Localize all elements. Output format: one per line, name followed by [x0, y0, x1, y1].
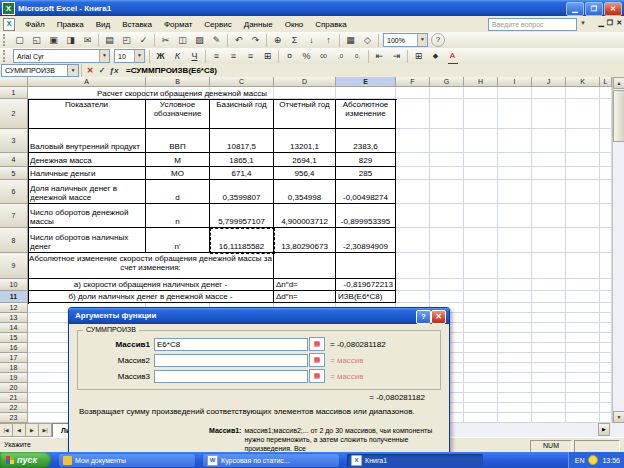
cell-B6[interactable]: d — [146, 180, 210, 204]
cell[interactable] — [430, 228, 464, 253]
cell[interactable] — [396, 291, 430, 303]
select-all-corner[interactable] — [0, 77, 28, 87]
cell[interactable] — [600, 153, 612, 167]
cell[interactable] — [464, 393, 498, 403]
row-header-13[interactable]: 13 — [0, 313, 28, 323]
cell-A5[interactable]: Наличные деньги — [28, 167, 146, 180]
new-icon[interactable]: ▢ — [12, 33, 27, 47]
copy-icon[interactable]: ◫ — [175, 33, 190, 47]
cell[interactable] — [396, 253, 430, 279]
cell[interactable] — [566, 279, 600, 291]
name-box[interactable]: СУММПРОИЗВ — [1, 64, 68, 77]
cell[interactable] — [600, 363, 612, 373]
taskbar-task-1[interactable]: Мои документы — [59, 454, 195, 467]
cell-E10[interactable]: -0,819672213 — [336, 279, 396, 291]
column-header-A[interactable]: A — [28, 77, 146, 87]
cell[interactable] — [532, 403, 566, 413]
cell[interactable] — [532, 279, 566, 291]
column-header-E[interactable]: E — [336, 77, 396, 87]
cell-E9[interactable] — [336, 253, 396, 279]
cell-D7[interactable]: 4,900003712 — [274, 204, 336, 228]
enter-formula-icon[interactable]: ✓ — [96, 66, 108, 75]
cell[interactable] — [464, 87, 498, 99]
row-header-10[interactable]: 10 — [0, 279, 28, 291]
decrease-decimal-button[interactable]: 0, — [350, 49, 365, 63]
cell[interactable] — [464, 167, 498, 180]
cell[interactable] — [532, 373, 566, 383]
menu-4[interactable]: Вставка — [116, 18, 158, 31]
cell[interactable] — [464, 291, 498, 303]
cell-B3[interactable]: ВВП — [146, 129, 210, 153]
chevron-down-icon[interactable]: ▼ — [134, 50, 144, 62]
cell[interactable] — [430, 204, 464, 228]
cell[interactable] — [430, 291, 464, 303]
collapse-dialog-icon[interactable]: ▦ — [309, 337, 325, 351]
cell[interactable] — [532, 253, 566, 279]
cell-A3[interactable]: Валовый внутренний продукт — [28, 129, 146, 153]
menu-7[interactable]: Данные — [238, 18, 279, 31]
underline-button[interactable]: Ч — [187, 49, 202, 63]
cell-A4[interactable]: Денежная масса — [28, 153, 146, 167]
header-cell-C[interactable]: Базисный год — [210, 99, 274, 129]
bold-button[interactable]: Ж — [153, 49, 168, 63]
chevron-down-icon[interactable]: ▼ — [68, 64, 79, 77]
cell[interactable] — [600, 343, 612, 353]
cell-D4[interactable]: 2694,1 — [274, 153, 336, 167]
cell[interactable] — [532, 343, 566, 353]
cell[interactable] — [600, 204, 612, 228]
drawing-icon[interactable]: ◇ — [360, 33, 375, 47]
cell[interactable] — [464, 343, 498, 353]
cell[interactable] — [464, 353, 498, 363]
cell[interactable] — [532, 291, 566, 303]
cell[interactable] — [600, 253, 612, 279]
cell[interactable] — [600, 413, 612, 423]
scroll-right-icon[interactable]: ▶ — [598, 423, 610, 436]
toolbar-grip[interactable] — [3, 50, 8, 62]
autosum-icon[interactable]: Σ — [287, 33, 302, 47]
cell[interactable] — [566, 383, 600, 393]
cell[interactable] — [464, 253, 498, 279]
minimize-button[interactable]: ▁ — [566, 2, 584, 16]
cell[interactable] — [498, 333, 532, 343]
cell[interactable] — [464, 180, 498, 204]
cell[interactable] — [566, 373, 600, 383]
cell-D10[interactable]: Δn″d= — [274, 279, 336, 291]
menu-5[interactable]: Формат — [158, 18, 198, 31]
italic-button[interactable]: К — [170, 49, 185, 63]
cell-D3[interactable]: 13201,1 — [274, 129, 336, 153]
open-icon[interactable]: ◱ — [29, 33, 44, 47]
cell-B7[interactable]: n — [146, 204, 210, 228]
cell[interactable] — [566, 180, 600, 204]
row-header-6[interactable]: 6 — [0, 180, 28, 204]
cell[interactable] — [396, 279, 430, 291]
arg-input-1[interactable]: E6*C8 — [154, 338, 308, 351]
scroll-down-icon[interactable]: ▼ — [613, 411, 624, 423]
cell[interactable] — [566, 99, 600, 129]
cell-B8[interactable]: n' — [146, 228, 210, 253]
cell[interactable] — [600, 279, 612, 291]
cell[interactable] — [464, 323, 498, 333]
scroll-up-icon[interactable]: ▲ — [613, 77, 624, 89]
header-cell-D[interactable]: Отчетный год — [274, 99, 336, 129]
format-painter-icon[interactable]: ✎ — [209, 33, 224, 47]
cell[interactable] — [600, 383, 612, 393]
vertical-scrollbar[interactable]: ▲ ▼ — [612, 77, 624, 423]
cell[interactable] — [600, 313, 612, 323]
cell[interactable] — [464, 99, 498, 129]
cell-E3[interactable]: 2383,6 — [336, 129, 396, 153]
doc-restore-button[interactable]: ❐ — [607, 19, 613, 27]
row-header-15[interactable]: 15 — [0, 333, 28, 343]
cell[interactable] — [566, 413, 600, 423]
cell-C8[interactable]: 16,11185582 — [210, 228, 274, 253]
cell-D11[interactable]: Δd″n= — [274, 291, 336, 303]
row-header-11[interactable]: 11 — [0, 291, 28, 303]
cell[interactable] — [600, 99, 612, 129]
cell[interactable] — [464, 413, 498, 423]
tab-nav-icon-4[interactable]: ▶| — [39, 423, 52, 437]
cell[interactable] — [464, 204, 498, 228]
collapse-dialog-icon[interactable]: ▦ — [309, 353, 325, 367]
row-header-2[interactable]: 2 — [0, 99, 28, 129]
print-preview-icon[interactable]: ◰ — [119, 33, 134, 47]
cell[interactable] — [600, 403, 612, 413]
cell[interactable] — [464, 228, 498, 253]
